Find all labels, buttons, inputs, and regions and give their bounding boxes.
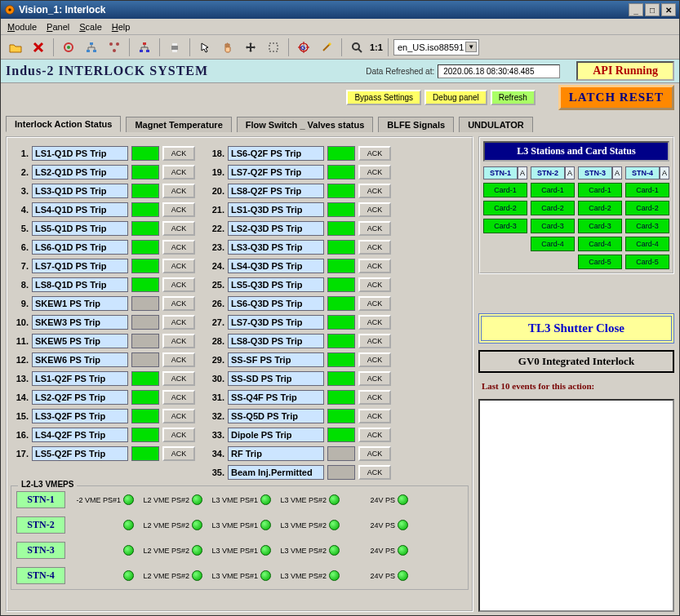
trip-index: 19. bbox=[207, 167, 224, 177]
trip-status bbox=[131, 277, 159, 292]
gear-icon[interactable] bbox=[59, 38, 78, 57]
wand-icon[interactable] bbox=[317, 38, 336, 57]
maximize-button[interactable]: □ bbox=[645, 3, 660, 16]
menu-help[interactable]: Help bbox=[112, 22, 131, 32]
trip-row: 9.SKEW1 PS TripACK bbox=[11, 295, 195, 312]
vmeps-label: 24V PS bbox=[346, 521, 395, 530]
zoom-icon[interactable] bbox=[347, 38, 367, 57]
ack-button[interactable]: ACK bbox=[358, 409, 391, 423]
target-icon[interactable]: G bbox=[294, 38, 313, 57]
debug-button[interactable]: Debug panel bbox=[424, 90, 487, 105]
ack-button[interactable]: ACK bbox=[162, 296, 195, 311]
trip-name: RF Trip bbox=[228, 446, 324, 461]
delete-icon[interactable] bbox=[29, 38, 48, 57]
station-card: Card-3 bbox=[625, 219, 669, 233]
trip-name: LS1-Q1D PS Trip bbox=[32, 146, 128, 161]
led-icon bbox=[260, 520, 271, 530]
bypass-button[interactable]: Bypass Settings bbox=[346, 90, 421, 105]
ack-button[interactable]: ACK bbox=[358, 146, 391, 161]
trip-name: LS4-Q3D PS Trip bbox=[228, 259, 324, 273]
ack-button[interactable]: ACK bbox=[358, 221, 391, 236]
station-column: STN-2ACard-1Card-2Card-3Card-4 bbox=[531, 166, 575, 269]
ack-button[interactable]: ACK bbox=[358, 296, 391, 311]
station-card: Card-4 bbox=[531, 237, 575, 251]
ack-button[interactable]: ACK bbox=[162, 146, 195, 161]
station-card: Card-3 bbox=[483, 219, 527, 233]
ack-button[interactable]: ACK bbox=[358, 465, 391, 480]
refresh-button[interactable]: Refresh bbox=[491, 90, 536, 105]
trip-index: 28. bbox=[207, 336, 224, 346]
ack-button[interactable]: ACK bbox=[358, 277, 391, 292]
vmeps-item: 24V PS bbox=[346, 520, 408, 530]
minimize-button[interactable]: _ bbox=[629, 3, 643, 16]
ack-button[interactable]: ACK bbox=[162, 390, 195, 405]
ack-button[interactable]: ACK bbox=[162, 240, 195, 255]
svg-rect-4 bbox=[90, 42, 93, 45]
encoding-select[interactable]: en_US.iso88591 bbox=[393, 39, 479, 55]
vmeps-label: L2 VME PS#2 bbox=[140, 496, 189, 504]
trip-status bbox=[131, 315, 159, 330]
latch-reset-button[interactable]: LATCH RESET bbox=[558, 85, 674, 110]
ack-button[interactable]: ACK bbox=[358, 259, 391, 273]
tab-interlock-action[interactable]: Interlock Action Status bbox=[6, 116, 121, 132]
ack-button[interactable]: ACK bbox=[162, 202, 195, 217]
ack-button[interactable]: ACK bbox=[358, 390, 391, 405]
ack-button[interactable]: ACK bbox=[162, 334, 195, 348]
trip-name: LS7-Q1D PS Trip bbox=[32, 259, 128, 273]
trip-index: 21. bbox=[207, 205, 224, 215]
tree-icon[interactable] bbox=[82, 38, 101, 57]
hand-icon[interactable] bbox=[218, 38, 238, 57]
ack-button[interactable]: ACK bbox=[162, 409, 195, 423]
ack-button[interactable]: ACK bbox=[358, 371, 391, 386]
ack-button[interactable]: ACK bbox=[162, 315, 195, 330]
trip-row: 11.SKEW5 PS TripACK bbox=[11, 332, 195, 349]
ack-button[interactable]: ACK bbox=[358, 352, 391, 367]
ack-button[interactable]: ACK bbox=[162, 428, 195, 442]
print-icon[interactable] bbox=[165, 38, 184, 57]
trip-index: 7. bbox=[11, 261, 29, 271]
ack-button[interactable]: ACK bbox=[358, 184, 391, 198]
trip-status bbox=[327, 259, 355, 273]
ack-button[interactable]: ACK bbox=[358, 240, 391, 255]
trip-index: 33. bbox=[207, 430, 224, 440]
vmeps-label: L3 VME PS#1 bbox=[209, 496, 258, 504]
menu-scale[interactable]: Scale bbox=[79, 22, 102, 32]
nodes-icon[interactable] bbox=[104, 38, 124, 57]
vmeps-station-label: STN-2 bbox=[16, 516, 65, 534]
pointer-icon[interactable] bbox=[195, 38, 215, 57]
svg-rect-5 bbox=[87, 50, 90, 52]
menu-module[interactable]: Module bbox=[7, 22, 37, 32]
ack-button[interactable]: ACK bbox=[358, 446, 391, 461]
open-icon[interactable] bbox=[6, 38, 25, 57]
trip-row: 15.LS3-Q2F PS TripACK bbox=[11, 407, 195, 424]
vmeps-item: 24V PS bbox=[346, 494, 408, 505]
ack-button[interactable]: ACK bbox=[358, 334, 391, 348]
vmeps-item: L3 VME PS#1 bbox=[209, 545, 271, 556]
ack-button[interactable]: ACK bbox=[162, 221, 195, 236]
ack-button[interactable]: ACK bbox=[162, 371, 195, 386]
ack-button[interactable]: ACK bbox=[162, 352, 195, 367]
ack-button[interactable]: ACK bbox=[358, 315, 391, 330]
menu-panel[interactable]: Panel bbox=[47, 22, 69, 32]
ack-button[interactable]: ACK bbox=[162, 446, 195, 461]
ack-button[interactable]: ACK bbox=[162, 165, 195, 179]
close-button[interactable]: ✕ bbox=[661, 3, 676, 16]
ack-button[interactable]: ACK bbox=[358, 428, 391, 442]
ack-button[interactable]: ACK bbox=[358, 165, 391, 179]
tab-undulator[interactable]: UNDULATOR bbox=[459, 117, 533, 132]
station-card: Card-1 bbox=[625, 183, 669, 197]
ack-button[interactable]: ACK bbox=[162, 277, 195, 292]
ack-button[interactable]: ACK bbox=[162, 184, 195, 198]
ack-button[interactable]: ACK bbox=[358, 202, 391, 217]
trip-row: 34.RF TripACK bbox=[207, 445, 391, 462]
tab-flow-switch[interactable]: Flow Switch _ Valves status bbox=[237, 117, 374, 132]
trip-index: 2. bbox=[11, 167, 29, 177]
ack-button[interactable]: ACK bbox=[162, 259, 195, 273]
network-icon[interactable] bbox=[135, 38, 154, 57]
crop-icon[interactable] bbox=[264, 38, 283, 57]
tab-blfe[interactable]: BLFE Signals bbox=[378, 117, 454, 132]
move-icon[interactable] bbox=[241, 38, 260, 57]
tab-magnet-temp[interactable]: Magnet Temperature bbox=[126, 117, 231, 132]
vmeps-item: L3 VME PS#2 bbox=[278, 570, 340, 581]
trip-status bbox=[327, 296, 355, 311]
